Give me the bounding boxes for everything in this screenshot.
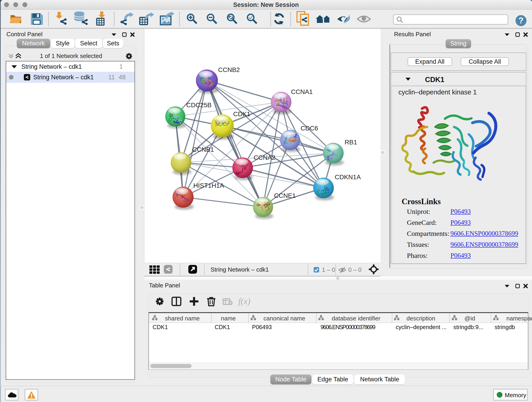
svg-text:CDKN1A: CDKN1A xyxy=(335,173,361,181)
svg-text:HIST1H1A: HIST1H1A xyxy=(193,182,224,189)
svg-text:CDK1: CDK1 xyxy=(233,110,250,118)
svg-text:CDC6: CDC6 xyxy=(301,125,318,132)
svg-text:CCNB2: CCNB2 xyxy=(218,66,240,73)
svg-text:CCNB1: CCNB1 xyxy=(192,146,214,153)
svg-text:CDC25B: CDC25B xyxy=(186,102,211,109)
svg-text:CCNA2: CCNA2 xyxy=(254,154,275,161)
svg-text:CCNE1: CCNE1 xyxy=(274,192,296,199)
svg-text:RB1: RB1 xyxy=(345,139,357,146)
svg-text:CCNA1: CCNA1 xyxy=(291,88,313,95)
